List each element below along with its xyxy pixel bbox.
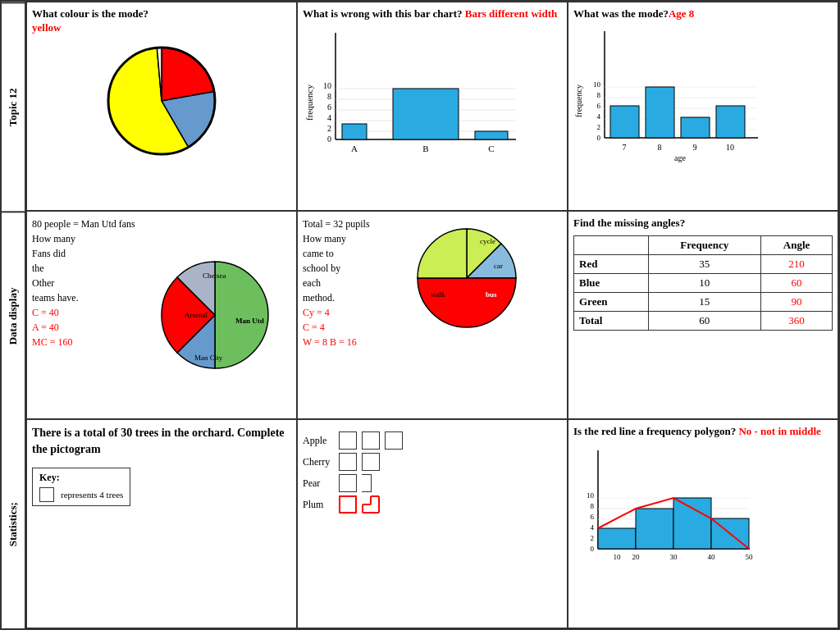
angles-row-label: Blue <box>574 273 649 292</box>
cell1-chart <box>32 39 291 162</box>
freq-polygon-chart: 0 2 4 6 8 10 10 20 <box>573 442 754 569</box>
svg-text:6: 6 <box>327 103 331 112</box>
cell4-chart: Man Utd Man City Arsenal Chelsea <box>139 217 291 414</box>
svg-text:frequency: frequency <box>574 84 583 117</box>
cell4-text: 80 people = Man Utd fans How many Fans d… <box>32 217 135 414</box>
svg-text:B: B <box>422 144 428 153</box>
cell6-title: Find the missing angles? <box>573 217 833 231</box>
cell-8: Apple Cherry Pear <box>297 419 568 628</box>
cell-9: Is the red line a frequency polygon? No … <box>568 419 838 628</box>
svg-text:Man Utd: Man Utd <box>235 317 264 325</box>
svg-text:10: 10 <box>323 81 331 90</box>
svg-text:20: 20 <box>632 553 641 561</box>
cell-1: What colour is the mode? yellow // Will … <box>26 2 297 211</box>
cell-6: Find the missing angles? Frequency Angle… <box>568 211 838 420</box>
statistics-label: Statistics; <box>2 421 25 628</box>
svg-rect-37 <box>716 106 745 138</box>
svg-rect-14 <box>342 124 367 139</box>
svg-text:2: 2 <box>591 534 595 542</box>
cell9-question: Is the red line a frequency polygon? No … <box>573 425 833 439</box>
side-labels: Topic 12 Data display Statistics; <box>2 2 26 628</box>
svg-text:0: 0 <box>597 134 601 142</box>
cell2-question: What is wrong with this bar chart? Bars … <box>303 7 562 21</box>
svg-text:age: age <box>674 153 686 162</box>
svg-rect-36 <box>681 117 710 138</box>
angles-row-angle: 210 <box>761 254 833 273</box>
angles-row-angle: 360 <box>761 311 833 330</box>
svg-text:10: 10 <box>587 491 595 500</box>
svg-text:A: A <box>351 144 358 153</box>
svg-text:4: 4 <box>597 112 601 121</box>
svg-rect-75 <box>673 498 711 549</box>
svg-text:0: 0 <box>591 545 595 553</box>
svg-text:9: 9 <box>693 143 697 152</box>
svg-text:2: 2 <box>327 124 331 133</box>
cell7-text: There is a total of 30 trees in the orch… <box>32 425 291 457</box>
svg-text:6: 6 <box>591 513 595 521</box>
svg-rect-15 <box>393 89 459 139</box>
cell1-answer: yellow <box>32 21 61 34</box>
angles-row-label: Red <box>574 254 649 273</box>
col-header-label <box>574 235 649 254</box>
svg-rect-16 <box>475 131 508 139</box>
angles-row-label: Total <box>574 311 649 330</box>
cell-7: There is a total of 30 trees in the orch… <box>26 419 297 628</box>
cell1-question: What colour is the mode? yellow <box>32 7 291 35</box>
svg-text:8: 8 <box>327 92 331 101</box>
cell3-question: What was the mode?Age 8 <box>573 7 833 21</box>
svg-text:8: 8 <box>591 502 595 510</box>
svg-text:walk: walk <box>431 290 445 299</box>
bar-chart-3: 0 2 4 6 8 10 <box>573 23 762 162</box>
svg-rect-73 <box>598 528 636 549</box>
pie-chart-1 <box>100 39 223 162</box>
angles-row-freq: 10 <box>648 273 761 292</box>
cell-3: What was the mode?Age 8 0 2 4 6 8 10 <box>568 2 838 211</box>
pictogram-area: Apple Cherry Pear <box>303 431 562 514</box>
svg-rect-35 <box>646 87 674 138</box>
topic-label: Topic 12 <box>2 2 25 211</box>
key-symbol <box>39 487 54 502</box>
angles-row-freq: 60 <box>648 311 761 330</box>
cell5-chart: cycle car bus walk <box>373 217 562 349</box>
svg-text:Chelsea: Chelsea <box>203 272 226 280</box>
svg-text:frequency: frequency <box>304 84 314 120</box>
col-header-angle: Angle <box>761 235 833 254</box>
svg-text:bus: bus <box>486 290 497 299</box>
svg-text:Arsenal: Arsenal <box>185 311 208 319</box>
svg-text:Man City: Man City <box>194 354 223 362</box>
cell5-text: Total = 32 pupils How many came to schoo… <box>303 217 370 349</box>
angles-row-freq: 15 <box>648 292 761 311</box>
picto-pear: Pear <box>303 474 562 492</box>
cell-2: What is wrong with this bar chart? Bars … <box>297 2 568 211</box>
cell2-answer: Bars different width <box>465 7 557 20</box>
key-desc: represents 4 trees <box>61 490 123 500</box>
svg-text:40: 40 <box>708 553 716 561</box>
angles-row-angle: 90 <box>761 292 833 311</box>
pie-chart-5: cycle car bus walk <box>408 219 527 346</box>
main-grid: What colour is the mode? yellow // Will … <box>26 2 838 628</box>
outer-grid: Topic 12 Data display Statistics; What c… <box>0 0 840 630</box>
angles-row-label: Green <box>574 292 649 311</box>
picto-plum: Plum <box>303 495 562 514</box>
angles-row-freq: 35 <box>648 254 761 273</box>
cell9-answer: No - not in middle <box>738 425 820 437</box>
svg-text:6: 6 <box>597 102 601 110</box>
svg-text:4: 4 <box>327 113 331 122</box>
svg-text:2: 2 <box>597 123 601 131</box>
cell-5: Total = 32 pupils How many came to schoo… <box>297 211 568 420</box>
bar-chart-2: 0 2 4 6 8 10 A B C <box>303 25 524 164</box>
key-title: Key: <box>39 472 123 484</box>
cell-4: 80 people = Man Utd fans How many Fans d… <box>26 211 297 420</box>
angles-table: Frequency Angle Red35210Blue1060Green159… <box>573 235 833 331</box>
data-display-label: Data display <box>2 211 25 420</box>
svg-text:cycle: cycle <box>480 237 495 245</box>
svg-text:8: 8 <box>597 91 601 99</box>
svg-text:10: 10 <box>614 553 622 561</box>
picto-apple: Apple <box>303 431 562 450</box>
picto-cherry: Cherry <box>303 453 562 471</box>
svg-text:50: 50 <box>746 553 754 561</box>
cell3-answer: Age 8 <box>669 7 694 20</box>
key-box: Key: represents 4 trees <box>32 468 130 506</box>
svg-text:car: car <box>494 262 503 270</box>
svg-text:C: C <box>488 144 494 153</box>
